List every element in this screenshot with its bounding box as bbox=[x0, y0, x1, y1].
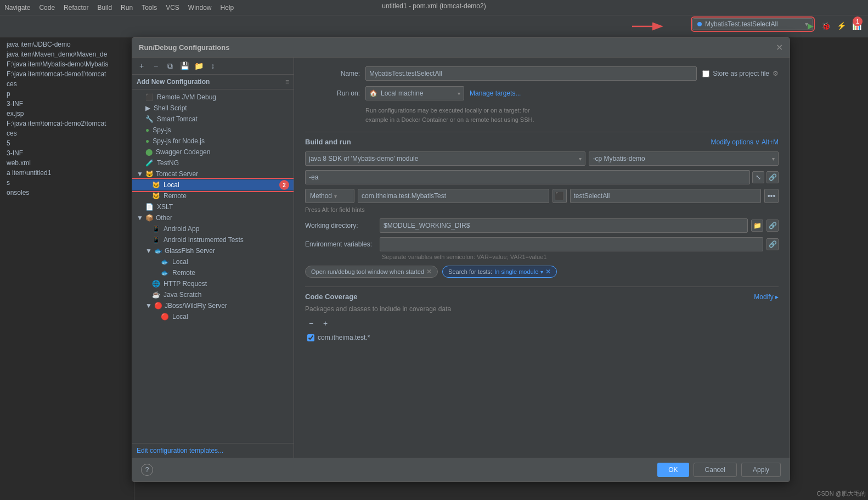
cc-modify-link[interactable]: Modify ▸ bbox=[754, 293, 779, 301]
config-android-app[interactable]: 📱 Android App bbox=[132, 223, 294, 234]
menu-run[interactable]: Run bbox=[121, 4, 133, 12]
name-row: Name: Store as project file ⚙ bbox=[305, 66, 779, 81]
store-settings-icon[interactable]: ⚙ bbox=[773, 70, 779, 77]
ea-link-button[interactable]: 🔗 bbox=[766, 171, 779, 183]
sdk-dropdown[interactable]: java 8 SDK of 'Mybatis-demo' module ▾ bbox=[305, 151, 585, 166]
run-on-dropdown[interactable]: 🏠 Local machine ▾ bbox=[365, 86, 464, 100]
edit-templates-link[interactable]: Edit configuration templates... bbox=[137, 447, 223, 454]
sdk-value: java 8 SDK of 'Mybatis-demo' module bbox=[309, 155, 418, 162]
config-xslt[interactable]: 📄 XSLT bbox=[132, 201, 294, 212]
config-spyjs-nodejs[interactable]: ● Spy-js for Node.js bbox=[132, 136, 294, 147]
config-jboss-local[interactable]: 🔴 Local bbox=[132, 311, 294, 322]
ok-button[interactable]: OK bbox=[657, 463, 689, 477]
working-dir-folder-button[interactable]: 📁 bbox=[751, 220, 763, 232]
config-jboss-section[interactable]: ▼ 🔴 JBoss/WildFly Server bbox=[132, 300, 294, 311]
tag-search[interactable]: Search for tests: In single module ▾ ✕ bbox=[442, 266, 557, 278]
copy-config-button[interactable]: ⧉ bbox=[164, 60, 176, 72]
sidebar-item-jdbc[interactable]: java item\JDBC-demo bbox=[0, 40, 134, 49]
cc-title: Code Coverage bbox=[305, 293, 357, 301]
glassfish-label: GlassFish Server bbox=[165, 247, 215, 255]
apply-button[interactable]: Apply bbox=[741, 463, 781, 477]
env-label: Environment variables: bbox=[305, 240, 376, 248]
manage-targets-link[interactable]: Manage targets... bbox=[470, 89, 521, 97]
shell-script-icon: ▶ bbox=[145, 104, 150, 112]
method-dropdown[interactable]: Method ▾ bbox=[305, 189, 354, 203]
config-other-section[interactable]: ▼ 📦 Other bbox=[132, 212, 294, 223]
menu-code[interactable]: Code bbox=[39, 4, 55, 12]
menu-window[interactable]: Window bbox=[188, 4, 212, 12]
config-smart-tomcat[interactable]: 🔧 Smart Tomcat bbox=[132, 114, 294, 125]
config-remote-jvm[interactable]: ⬛ Remote JVM Debug bbox=[132, 92, 294, 103]
java-scratch-icon: ☕ bbox=[152, 291, 160, 299]
config-glassfish-remote[interactable]: 🐟 Remote bbox=[132, 267, 294, 278]
config-glassfish-local[interactable]: 🐟 Local bbox=[132, 256, 294, 267]
config-tomcat-remote[interactable]: 🐱 Remote bbox=[132, 190, 294, 201]
config-http-request[interactable]: 🌐 HTTP Request bbox=[132, 278, 294, 289]
ea-input[interactable] bbox=[305, 170, 750, 184]
classpath-dropdown[interactable]: -cp Mybatis-demo ▾ bbox=[589, 151, 779, 166]
cc-item-row: com.itheima.test.* bbox=[305, 333, 779, 342]
help-button[interactable]: ? bbox=[141, 464, 153, 476]
config-testng[interactable]: 🧪 TestNG bbox=[132, 158, 294, 168]
add-new-label: Add New Configuration bbox=[137, 78, 210, 86]
config-swagger[interactable]: ⬤ Swagger Codegen bbox=[132, 147, 294, 158]
method-name-input[interactable] bbox=[570, 189, 762, 203]
sidebar-item-tomcat2[interactable]: F:\java item\tomcat-demo2\tomcat bbox=[0, 119, 134, 128]
jboss-arrow: ▼ bbox=[145, 302, 152, 310]
name-input[interactable] bbox=[365, 66, 697, 81]
jboss-icon: 🔴 bbox=[154, 302, 162, 310]
sort-config-button[interactable]: ↕ bbox=[207, 60, 219, 72]
ea-expand-button[interactable]: ⤡ bbox=[752, 171, 764, 183]
sidebar-item-mybatis[interactable]: F:\java item\Mybatis-demo\Mybatis bbox=[0, 59, 134, 69]
sidebar-item-maven[interactable]: java item\Maven_demo\Maven_de bbox=[0, 49, 134, 59]
cancel-button[interactable]: Cancel bbox=[694, 463, 737, 477]
env-input[interactable] bbox=[380, 237, 763, 251]
working-dir-link-button[interactable]: 🔗 bbox=[766, 220, 779, 232]
cc-remove-button[interactable]: − bbox=[305, 317, 317, 329]
sidebar-item-tomcat1[interactable]: F:\java item\tomcat-demo1\tomcat bbox=[0, 69, 134, 79]
coverage-button[interactable]: ⚡ bbox=[835, 20, 847, 32]
android-app-icon: 📱 bbox=[152, 225, 160, 233]
menu-refactor[interactable]: Refactor bbox=[64, 4, 88, 12]
dialog-close-button[interactable]: ✕ bbox=[776, 42, 783, 53]
sidebar-item-untitled[interactable]: a item\untitled1 bbox=[0, 168, 134, 178]
run-button[interactable]: ▶ bbox=[804, 20, 816, 32]
class-input[interactable] bbox=[358, 189, 549, 203]
config-java-scratch[interactable]: ☕ Java Scratch bbox=[132, 289, 294, 300]
working-dir-input[interactable] bbox=[380, 218, 748, 233]
tag-open-debug-close[interactable]: ✕ bbox=[426, 268, 432, 276]
menu-build[interactable]: Build bbox=[97, 4, 112, 12]
config-android-tests[interactable]: 📱 Android Instrumented Tests bbox=[132, 234, 294, 245]
menu-navigate[interactable]: Navigate bbox=[4, 4, 30, 12]
menu-tools[interactable]: Tools bbox=[142, 4, 157, 12]
store-checkbox[interactable] bbox=[702, 70, 709, 77]
save-config-button[interactable]: 💾 bbox=[178, 60, 190, 72]
tag-open-debug[interactable]: Open run/debug tool window when started … bbox=[305, 266, 438, 278]
house-icon: 🏠 bbox=[369, 89, 377, 97]
add-config-button[interactable]: + bbox=[136, 60, 148, 72]
toolbar-icons: ▶ 🐞 ⚡ 📊 1 bbox=[804, 20, 863, 32]
config-shell-script[interactable]: ▶ Shell Script bbox=[132, 103, 294, 114]
debug-button[interactable]: 🐞 bbox=[820, 20, 832, 32]
env-link-button[interactable]: 🔗 bbox=[766, 238, 779, 250]
config-tomcat-server-section[interactable]: ▼ 🐱 Tomcat Server bbox=[132, 168, 294, 179]
cc-add-button[interactable]: + bbox=[319, 317, 331, 329]
menu-help[interactable]: Help bbox=[221, 4, 234, 12]
remove-config-button[interactable]: − bbox=[150, 60, 162, 72]
sidebar-item-ex[interactable]: ex.jsp bbox=[0, 109, 134, 119]
config-tomcat-local[interactable]: 🐱 Local bbox=[132, 179, 294, 190]
tag-search-arrow[interactable]: ▾ bbox=[540, 269, 543, 275]
config-glassfish-section[interactable]: ▼ 🐟 GlassFish Server bbox=[132, 245, 294, 256]
build-run-title: Build and run bbox=[305, 138, 351, 146]
class-browse-button[interactable]: ⬛ bbox=[553, 189, 567, 203]
menu-vcs[interactable]: VCS bbox=[166, 4, 179, 12]
modify-options-link[interactable]: Modify options ∨ Alt+M bbox=[711, 138, 779, 146]
swagger-label: Swagger Codegen bbox=[156, 148, 210, 156]
config-spyjs[interactable]: ● Spy-js bbox=[132, 125, 294, 136]
run-config-dropdown[interactable]: MybatisTest.testSelectAll ▾ bbox=[692, 18, 813, 30]
tag-search-close[interactable]: ✕ bbox=[545, 268, 551, 276]
sidebar-item-webxml[interactable]: web.xml bbox=[0, 158, 134, 168]
folder-config-button[interactable]: 📁 bbox=[193, 60, 205, 72]
cc-item-checkbox[interactable] bbox=[307, 334, 314, 341]
more-button[interactable]: ••• bbox=[764, 189, 779, 203]
